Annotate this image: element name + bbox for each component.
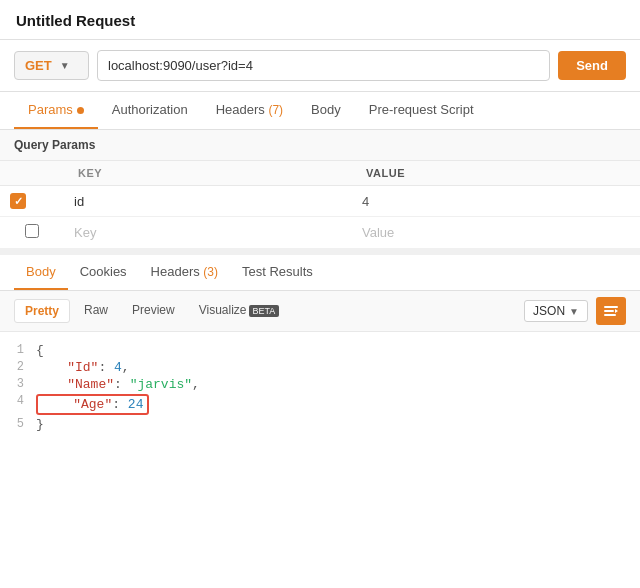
line-num-1: 1 [0, 343, 36, 357]
tab-authorization[interactable]: Authorization [98, 92, 202, 129]
param-value-1[interactable]: 4 [352, 186, 640, 217]
body-right-controls: JSON ▼ [524, 297, 626, 325]
params-table: KEY VALUE id 4 Key Value [0, 161, 640, 249]
param-key-1[interactable]: id [64, 186, 352, 217]
line-content-1: { [36, 343, 44, 358]
method-select[interactable]: GET ▼ [14, 51, 89, 80]
wrap-icon [603, 303, 619, 319]
svg-rect-2 [604, 314, 616, 316]
code-line-2: 2 "Id": 4, [0, 359, 640, 376]
line-content-4: "Age": 24 [36, 394, 149, 415]
beta-badge: BETA [249, 305, 280, 317]
request-tabs: Params Authorization Headers (7) Body Pr… [0, 92, 640, 130]
chevron-down-icon: ▼ [60, 60, 70, 71]
tab-params[interactable]: Params [14, 92, 98, 129]
tab-body[interactable]: Body [297, 92, 355, 129]
resp-tab-headers[interactable]: Headers (3) [139, 255, 230, 290]
line-num-4: 4 [0, 394, 36, 408]
param-checkbox-1[interactable] [0, 186, 64, 217]
line-content-5: } [36, 417, 44, 432]
resp-tab-body[interactable]: Body [14, 255, 68, 290]
url-input[interactable] [97, 50, 550, 81]
param-key-2[interactable]: Key [64, 217, 352, 249]
param-checkbox-2[interactable] [0, 217, 64, 249]
active-dot [77, 107, 84, 114]
page-title: Untitled Request [0, 0, 640, 40]
request-bar: GET ▼ Send [0, 40, 640, 92]
col-value-header: VALUE [352, 161, 640, 186]
query-params-header: Query Params [0, 130, 640, 161]
format-tabs: Pretty Raw Preview VisualizeBETA [14, 299, 289, 323]
tab-headers[interactable]: Headers (7) [202, 92, 297, 129]
chevron-down-icon: ▼ [569, 306, 579, 317]
svg-rect-1 [604, 310, 614, 312]
format-tab-visualize[interactable]: VisualizeBETA [189, 299, 290, 323]
resp-tab-test-results[interactable]: Test Results [230, 255, 325, 290]
format-tab-pretty[interactable]: Pretty [14, 299, 70, 323]
line-num-5: 5 [0, 417, 36, 431]
line-content-3: "Name": "jarvis", [36, 377, 200, 392]
param-value-2[interactable]: Value [352, 217, 640, 249]
code-line-4-highlighted: 4 "Age": 24 [0, 393, 640, 416]
svg-rect-0 [604, 306, 618, 308]
resp-tab-cookies[interactable]: Cookies [68, 255, 139, 290]
checked-box[interactable] [10, 193, 26, 209]
code-line-1: 1 { [0, 342, 640, 359]
format-tab-preview[interactable]: Preview [122, 299, 185, 323]
line-num-2: 2 [0, 360, 36, 374]
method-label: GET [25, 58, 52, 73]
tab-pre-request-script[interactable]: Pre-request Script [355, 92, 488, 129]
response-section: Body Cookies Headers (3) Test Results Pr… [0, 249, 640, 443]
table-row: Key Value [0, 217, 640, 249]
type-select[interactable]: JSON ▼ [524, 300, 588, 322]
unchecked-box[interactable] [25, 224, 39, 238]
line-num-3: 3 [0, 377, 36, 391]
table-row: id 4 [0, 186, 640, 217]
code-line-5: 5 } [0, 416, 640, 433]
body-toolbar: Pretty Raw Preview VisualizeBETA JSON ▼ [0, 291, 640, 332]
response-tabs: Body Cookies Headers (3) Test Results [0, 255, 640, 291]
col-checkbox [0, 161, 64, 186]
code-line-3: 3 "Name": "jarvis", [0, 376, 640, 393]
line-content-2: "Id": 4, [36, 360, 130, 375]
format-tab-raw[interactable]: Raw [74, 299, 118, 323]
wrap-button[interactable] [596, 297, 626, 325]
send-button[interactable]: Send [558, 51, 626, 80]
col-key-header: KEY [64, 161, 352, 186]
code-area: 1 { 2 "Id": 4, 3 "Name": "jarvis", 4 "Ag… [0, 332, 640, 443]
